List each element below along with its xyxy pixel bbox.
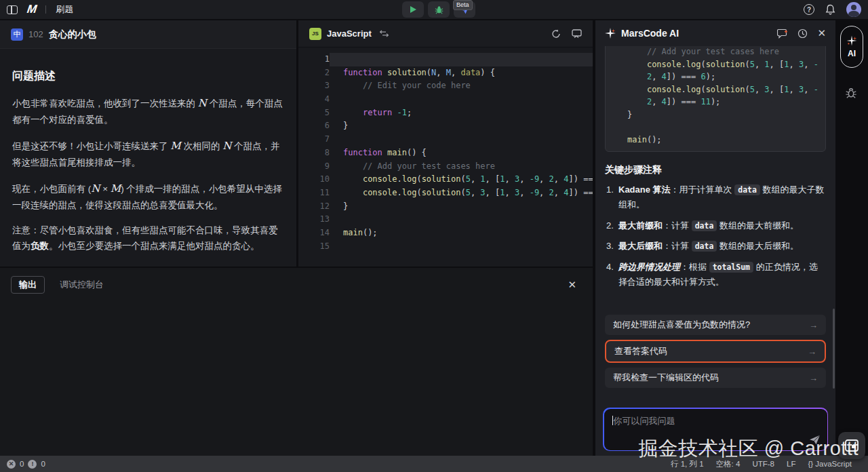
inline-code: data (692, 220, 717, 231)
math-n: N (91, 182, 100, 195)
ai-step-item: 1.Kadane 算法：用于计算单次 data 数组的最大子数组和。 (605, 182, 826, 212)
new-chat-icon[interactable] (777, 28, 788, 39)
problem-paragraph: 但是这还不够！小包让小哥连续送来了 M 次相同的 N 个甜点，并将这些甜点首尾相… (12, 137, 284, 171)
problem-id: 102 (28, 29, 43, 39)
errors-icon: ✕ (7, 460, 16, 469)
warning-count: 0 (41, 460, 45, 468)
problem-panel: 中 102 贪心的小包 问题描述 小包非常喜欢吃甜点，他收到了一次性送来的 N … (0, 20, 296, 267)
ai-assistant-pill-button[interactable]: AI (840, 26, 863, 68)
beta-badge: Beta (453, 0, 473, 10)
ai-code-block: // Add your test cases here console.log(… (605, 46, 826, 152)
problem-description: 问题描述 小包非常喜欢吃甜点，他收到了一次性送来的 N 个甜点，每个甜点都有一个… (0, 49, 296, 288)
error-count: 0 (20, 460, 24, 468)
marscode-ai-panel: MarsCode AI ✕ // Add your test cases her… (595, 20, 835, 456)
suggestion-chip-negative-values[interactable]: 如何处理甜点喜爱值为负数的情况?→ (605, 315, 826, 335)
reset-code-icon[interactable] (551, 29, 561, 39)
arrow-right-icon: → (809, 320, 818, 330)
send-icon[interactable] (809, 435, 821, 445)
code-editor-panel: JS JavaScript 1 2function solution(N, M,… (298, 20, 593, 267)
ai-step-item: 4.跨边界情况处理：根据 totalSum 的正负情况，选择合适的最大和计算方式… (605, 260, 826, 290)
close-output-icon[interactable]: ✕ (568, 279, 582, 291)
marscode-logo[interactable]: M (26, 3, 37, 16)
bell-icon[interactable] (825, 4, 835, 15)
help-icon[interactable]: ? (804, 4, 814, 15)
tab-output[interactable]: 输出 (11, 276, 45, 294)
code-editor[interactable]: 1 2function solution(N, M, data) {3 // E… (298, 47, 593, 253)
difficulty-badge: 中 (11, 28, 23, 41)
user-avatar[interactable] (846, 2, 861, 17)
sparkle-icon (605, 28, 616, 39)
panel-toggle-icon[interactable] (7, 5, 18, 14)
problem-title: 贪心的小包 (49, 28, 96, 41)
scrollbar-thumb[interactable] (833, 309, 835, 389)
ai-step-item: 3.最大后缀和：计算 data 数组的最大后缀和。 (605, 239, 826, 254)
indentation-setting[interactable]: 空格: 4 (716, 459, 741, 469)
divider (45, 5, 46, 14)
javascript-icon: JS (309, 28, 321, 40)
ai-chat-body: // Add your test cases here console.log(… (595, 46, 835, 298)
ai-steps-heading: 关键步骤注释 (605, 164, 826, 176)
floating-widget-button[interactable] (838, 432, 865, 459)
math-n: N (198, 97, 207, 109)
suggestion-chip-check-code[interactable]: 帮我检查一下编辑区的代码→ (605, 368, 826, 388)
encoding-setting[interactable]: UTF-8 (752, 460, 774, 468)
window-icon (845, 439, 859, 452)
tab-debug-console[interactable]: 调试控制台 (60, 279, 104, 291)
right-toolbar-strip: AI (835, 20, 868, 456)
status-bar: ✕ 0 ! 0 行 1, 列 1 空格: 4 UTF-8 LF {} JavaS… (0, 456, 868, 472)
math-m: M (111, 182, 121, 195)
inline-code: data (692, 241, 717, 252)
suggestion-chips: 如何处理甜点喜爱值为负数的情况?→ 查看答案代码→ 帮我检查一下编辑区的代码→ (605, 310, 826, 388)
sparkle-icon (846, 35, 857, 46)
problem-paragraph: 小包非常喜欢吃甜点，他收到了一次性送来的 N 个甜点，每个甜点都有一个对应的喜爱… (12, 94, 284, 128)
play-icon (410, 5, 417, 14)
bug-icon (435, 5, 443, 14)
inline-code: data (734, 184, 760, 195)
editor-header: JS JavaScript (298, 20, 593, 47)
suggestion-chip-view-answer[interactable]: 查看答案代码→ (605, 340, 826, 363)
language-label: JavaScript (327, 28, 372, 39)
problem-title-row: 中 102 贪心的小包 (0, 20, 296, 49)
run-button[interactable] (402, 1, 424, 18)
math-m: M (170, 140, 180, 152)
history-icon[interactable] (797, 28, 808, 39)
section-heading-description: 问题描述 (12, 66, 284, 85)
problem-paragraph-note: 注意：尽管小包喜欢甜食，但有些甜点可能不合口味，导致其喜爱值为负数。小包至少要选… (12, 222, 284, 254)
problems-status[interactable]: ✕ 0 ! 0 (7, 460, 45, 469)
format-code-icon[interactable] (572, 29, 582, 39)
ai-pill-label: AI (848, 49, 856, 58)
arrow-right-icon: → (809, 373, 818, 383)
ai-input-border: 你可以问我问题 (603, 408, 828, 451)
language-switch-icon[interactable] (380, 30, 389, 37)
eol-setting[interactable]: LF (787, 460, 795, 468)
debug-button[interactable] (428, 1, 450, 18)
top-bar: M 刷题 Beta ? (0, 0, 868, 19)
ai-panel-title: MarsCode AI (621, 28, 679, 39)
problem-paragraph: 现在，小包面前有 (N × M) 个排成一排的甜点，小包希望从中选择一段连续的甜… (12, 180, 284, 214)
ai-panel-header: MarsCode AI ✕ (595, 20, 835, 46)
text-caret (612, 416, 613, 425)
warnings-icon: ! (28, 460, 37, 469)
output-panel: 输出 调试控制台 ✕ (0, 268, 593, 456)
debug-strip-icon[interactable] (845, 87, 859, 99)
ai-question-input[interactable]: 你可以问我问题 (604, 409, 827, 450)
ai-step-item: 2.最大前缀和：计算 data 数组的最大前缀和。 (605, 218, 826, 233)
cursor-position[interactable]: 行 1, 列 1 (671, 459, 704, 469)
close-ai-panel-icon[interactable]: ✕ (817, 27, 826, 39)
arrow-right-icon: → (808, 347, 816, 357)
math-n: N (222, 140, 231, 152)
inline-code: totalSum (709, 262, 753, 273)
language-mode[interactable]: {} JavaScript (808, 460, 852, 468)
menu-practice[interactable]: 刷题 (56, 3, 73, 16)
